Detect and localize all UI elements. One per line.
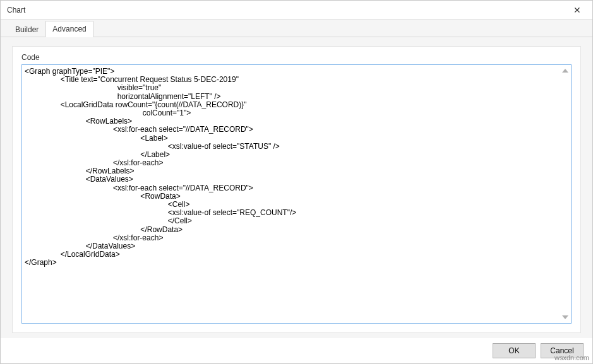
tab-builder-label: Builder (15, 25, 39, 34)
tab-builder[interactable]: Builder (8, 21, 45, 37)
tab-bar: Builder Advanced (1, 20, 592, 37)
scroll-up-icon[interactable] (561, 66, 570, 75)
titlebar: Chart ✕ (1, 1, 592, 20)
code-box-wrap (21, 64, 572, 324)
close-glyph: ✕ (573, 5, 581, 15)
scroll-down-icon[interactable] (561, 313, 570, 322)
button-row: OK Cancel (1, 338, 592, 363)
content-area: Code (1, 37, 592, 338)
watermark: wsxdn.com (554, 354, 589, 361)
tab-advanced[interactable]: Advanced (45, 21, 93, 37)
code-label: Code (21, 53, 572, 62)
ok-button[interactable]: OK (493, 343, 536, 358)
tab-advanced-label: Advanced (52, 25, 86, 33)
chart-dialog: Chart ✕ Builder Advanced Code (0, 0, 593, 364)
ok-button-label: OK (508, 346, 519, 355)
dialog-title: Chart (7, 6, 25, 15)
code-textarea[interactable] (22, 65, 571, 323)
advanced-panel: Code (12, 46, 581, 333)
close-icon[interactable]: ✕ (567, 3, 587, 18)
